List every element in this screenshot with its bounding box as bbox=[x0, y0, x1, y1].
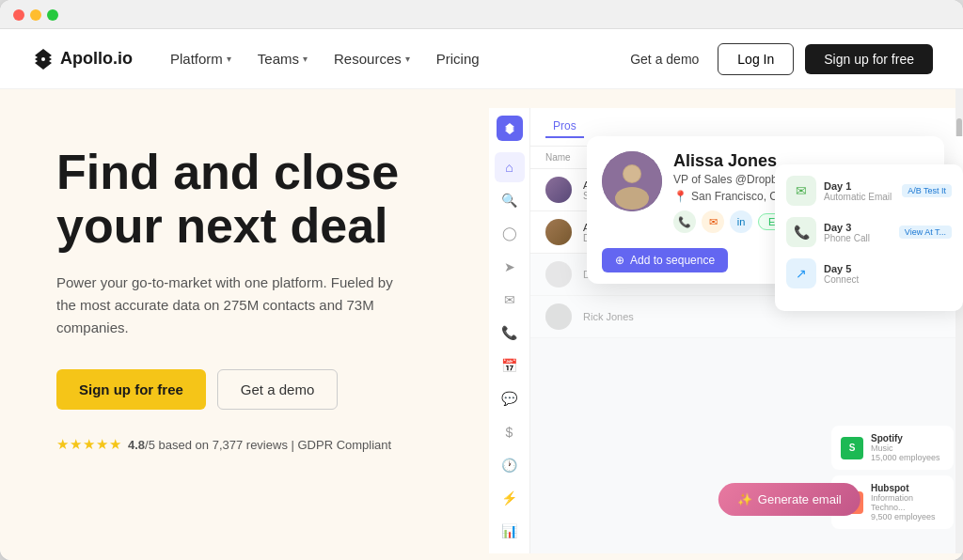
nav-links: Platform ▾ Teams ▾ Resources ▾ Pricing bbox=[159, 45, 623, 72]
seq-day: Day 1 bbox=[824, 180, 894, 192]
svg-point-4 bbox=[624, 165, 640, 182]
company-name: Spotify bbox=[871, 433, 944, 443]
company-industry: Music bbox=[871, 443, 944, 453]
company-info: Hubspot Information Techno... 9,500 empl… bbox=[871, 483, 944, 521]
rating-score: 4.8/5 based on 7,377 reviews | GDPR Comp… bbox=[128, 438, 391, 452]
mock-sidebar-phone[interactable]: 📞 bbox=[495, 318, 525, 347]
seq-badge: A/B Test It bbox=[902, 184, 952, 197]
signup-button[interactable]: Sign up for free bbox=[805, 44, 933, 74]
svg-point-0 bbox=[41, 57, 45, 61]
mock-sidebar-lightning[interactable]: ⚡ bbox=[495, 484, 525, 513]
seq-badge: View At T... bbox=[899, 226, 952, 239]
seq-info: Day 1 Automatic Email bbox=[824, 180, 894, 202]
hero-title: Find and close your next deal bbox=[56, 146, 451, 253]
company-industry: Information Techno... bbox=[871, 493, 944, 512]
sequence-item-2: 📞 Day 3 Phone Call View At T... bbox=[786, 217, 952, 247]
mock-sidebar-dollar[interactable]: $ bbox=[495, 417, 525, 446]
mock-sidebar-contacts[interactable]: ◯ bbox=[495, 219, 525, 248]
company-items: S Spotify Music 15,000 employees H bbox=[831, 426, 954, 535]
email-sequence-icon: ✉ bbox=[786, 176, 816, 206]
hero-left: Find and close your next deal Power your… bbox=[0, 89, 489, 553]
mock-main: Pros Name Company Alissa Jo bbox=[530, 108, 963, 553]
avatar bbox=[545, 177, 572, 203]
person-name: Rick Jones bbox=[583, 311, 948, 322]
mock-sidebar-search[interactable]: 🔍 bbox=[495, 186, 525, 215]
mock-sidebar-calendar[interactable]: 📅 bbox=[495, 351, 525, 381]
nav-resources[interactable]: Resources ▾ bbox=[323, 45, 421, 72]
chevron-down-icon: ▾ bbox=[227, 54, 231, 64]
sequence-item-1: ✉ Day 1 Automatic Email A/B Test It bbox=[786, 176, 952, 206]
generate-email-button[interactable]: ✨ Generate email bbox=[718, 483, 860, 516]
browser-chrome bbox=[0, 0, 963, 29]
nav-pricing[interactable]: Pricing bbox=[425, 45, 491, 72]
phone-badge[interactable]: 📞 bbox=[673, 210, 696, 233]
company-employees: 9,500 employees bbox=[871, 512, 944, 521]
mock-sidebar-chart[interactable]: 📊 bbox=[495, 517, 525, 546]
mock-sidebar-chat[interactable]: 💬 bbox=[495, 384, 525, 413]
hero-section: Find and close your next deal Power your… bbox=[0, 89, 963, 553]
company-employees: 15,000 employees bbox=[871, 453, 944, 462]
seq-info: Day 3 Phone Call bbox=[824, 222, 892, 243]
nav-teams[interactable]: Teams ▾ bbox=[246, 45, 319, 72]
rating-stars: ★★★★★ bbox=[56, 436, 122, 453]
mock-sidebar-send[interactable]: ➤ bbox=[495, 252, 525, 281]
add-sequence-button[interactable]: ⊕ Add to sequence bbox=[602, 248, 728, 272]
logo-text: Apollo.io bbox=[60, 49, 133, 69]
browser-window: Apollo.io Platform ▾ Teams ▾ Resources ▾… bbox=[0, 0, 963, 560]
seq-day: Day 5 bbox=[824, 263, 952, 274]
traffic-light-green[interactable] bbox=[47, 9, 58, 21]
avatar bbox=[545, 219, 572, 245]
mock-col-name: Name bbox=[545, 152, 571, 163]
mock-tab-prospects[interactable]: Pros bbox=[545, 116, 584, 138]
seq-day: Day 3 bbox=[824, 222, 892, 233]
linkedin-badge[interactable]: in bbox=[730, 210, 752, 233]
page-content: Apollo.io Platform ▾ Teams ▾ Resources ▾… bbox=[0, 29, 963, 560]
seq-type: Phone Call bbox=[824, 233, 892, 243]
traffic-light-yellow[interactable] bbox=[30, 9, 41, 21]
seq-info: Day 5 Connect bbox=[824, 263, 952, 285]
nav-actions: Get a demo Log In Sign up for free bbox=[623, 43, 933, 75]
hero-subtitle: Power your go-to-market with one platfor… bbox=[56, 272, 395, 339]
mock-sidebar-home[interactable]: ⌂ bbox=[495, 152, 525, 181]
hero-rating: ★★★★★ 4.8/5 based on 7,377 reviews | GDP… bbox=[56, 436, 451, 453]
spotify-logo: S bbox=[841, 437, 863, 459]
email-badge[interactable]: ✉ bbox=[702, 210, 724, 233]
hero-ctas: Sign up for free Get a demo bbox=[56, 369, 451, 410]
navigation: Apollo.io Platform ▾ Teams ▾ Resources ▾… bbox=[0, 29, 963, 89]
hero-right: ⌂ 🔍 ◯ ➤ ✉ 📞 📅 💬 $ 🕐 ⚡ 📊 bbox=[489, 89, 963, 553]
person-info: Rick Jones bbox=[583, 311, 948, 322]
sequence-icon: ⊕ bbox=[615, 254, 624, 267]
sequence-item-3: ↗ Day 5 Connect bbox=[786, 258, 952, 288]
svg-point-3 bbox=[615, 187, 649, 210]
nav-platform[interactable]: Platform ▾ bbox=[159, 45, 243, 72]
company-info: Spotify Music 15,000 employees bbox=[871, 433, 944, 462]
login-button[interactable]: Log In bbox=[718, 43, 794, 75]
location-pin-icon: 📍 bbox=[673, 190, 687, 203]
traffic-lights bbox=[13, 9, 58, 21]
phone-sequence-icon: 📞 bbox=[786, 217, 816, 247]
traffic-light-red[interactable] bbox=[13, 9, 24, 21]
mock-sidebar-logo bbox=[497, 116, 523, 141]
sparkle-icon: ✨ bbox=[737, 492, 752, 506]
seq-type: Connect bbox=[824, 274, 952, 285]
mock-sidebar-mail[interactable]: ✉ bbox=[495, 285, 525, 314]
app-mockup: ⌂ 🔍 ◯ ➤ ✉ 📞 📅 💬 $ 🕐 ⚡ 📊 bbox=[489, 108, 963, 553]
chevron-down-icon: ▾ bbox=[405, 54, 410, 64]
hero-signup-button[interactable]: Sign up for free bbox=[56, 369, 206, 410]
mock-sidebar: ⌂ 🔍 ◯ ➤ ✉ 📞 📅 💬 $ 🕐 ⚡ 📊 bbox=[489, 108, 530, 553]
profile-photo bbox=[602, 151, 662, 211]
sequence-panel: ✉ Day 1 Automatic Email A/B Test It 📞 bbox=[775, 164, 963, 311]
get-demo-link[interactable]: Get a demo bbox=[623, 48, 706, 70]
mock-sidebar-clock[interactable]: 🕐 bbox=[495, 450, 525, 479]
company-name: Hubspot bbox=[871, 483, 944, 493]
logo[interactable]: Apollo.io bbox=[30, 46, 133, 72]
company-item-spotify[interactable]: S Spotify Music 15,000 employees bbox=[831, 426, 954, 470]
avatar bbox=[545, 303, 572, 330]
avatar bbox=[545, 261, 572, 288]
hero-demo-button[interactable]: Get a demo bbox=[217, 369, 338, 410]
chevron-down-icon: ▾ bbox=[303, 54, 308, 64]
connect-sequence-icon: ↗ bbox=[786, 258, 816, 288]
seq-type: Automatic Email bbox=[824, 192, 894, 202]
